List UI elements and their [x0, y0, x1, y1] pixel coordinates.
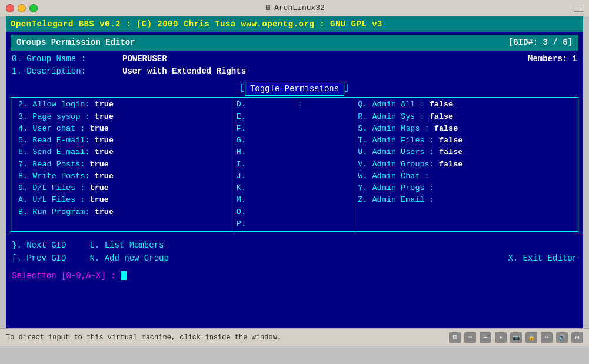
perm-read-email[interactable]: 5. Read E-mail: true — [18, 135, 231, 146]
perms-col-1: 2. Allow login: true 3. Page sysop : tru… — [16, 98, 234, 231]
header-text: OpenTelegard BBS v0.2 : (C) 2009 Chris T… — [11, 19, 382, 29]
status-icon-usb: ⌨ — [464, 332, 476, 343]
perm-g[interactable]: G. — [237, 135, 352, 146]
perm-user-chat[interactable]: 4. User chat : true — [18, 123, 231, 135]
perm-m[interactable]: M. — [237, 194, 352, 206]
toggle-label[interactable]: Toggle Permissions — [245, 82, 344, 96]
perm-f[interactable]: F. — [237, 123, 352, 135]
cmd-row-1: }. Next GID L. List Members — [12, 239, 577, 251]
cursor — [121, 271, 127, 280]
status-icons: 🖥 ⌨ — ✶ 📷 🔒 ↔ 🔊 ⊞ — [449, 332, 583, 343]
description-key: 1. Description: — [12, 65, 118, 77]
status-icon-arrows: ↔ — [541, 332, 553, 343]
editor-title: Groups Permission Editor — [16, 36, 135, 48]
group-name-val: POWERUSER — [122, 53, 167, 65]
cmd-exit-editor[interactable]: X. Exit Editor — [508, 252, 577, 264]
perm-o[interactable]: O. — [237, 206, 352, 218]
minimize-button[interactable] — [18, 4, 26, 12]
close-button[interactable] — [6, 4, 14, 12]
app-header: OpenTelegard BBS v0.2 : (C) 2009 Chris T… — [6, 16, 583, 32]
cmd-add-group[interactable]: N. Add new Group — [89, 252, 168, 264]
members-label: Members: 1 — [528, 53, 577, 65]
perm-admin-files[interactable]: T. Admin Files : false — [358, 135, 571, 146]
perm-admin-groups[interactable]: V. Admin Groups: false — [358, 159, 571, 171]
toggle-header: [ Toggle Permissions ] — [6, 82, 583, 96]
perm-h[interactable]: H. — [237, 146, 352, 158]
perms-col-2: D. : E. F. G. H. I. J. K. M. O. P. — [234, 98, 355, 231]
perm-e[interactable]: E. — [237, 111, 352, 123]
info-section: 0. Group Name : POWERUSER Members: 1 1. … — [6, 51, 583, 80]
perm-dl-files[interactable]: 9. D/L Files : true — [18, 182, 231, 194]
maximize-button[interactable] — [29, 4, 38, 12]
description-val: User with Extended Rights — [122, 65, 246, 77]
perm-run-program[interactable]: B. Run Program: true — [18, 206, 231, 218]
perm-admin-progs[interactable]: Y. Admin Progs : — [358, 182, 571, 194]
perm-write-posts[interactable]: 8. Write Posts: true — [18, 171, 231, 182]
status-icon-net: 🔒 — [525, 332, 537, 343]
permissions-grid: 2. Allow login: true 3. Page sysop : tru… — [11, 97, 578, 232]
selection-prompt: Selection [0-9,A-X] : — [12, 271, 121, 280]
cmd-row-2: [. Prev GID N. Add new Group X. Exit Edi… — [12, 252, 577, 264]
perm-d[interactable]: D. : — [237, 99, 352, 111]
perm-admin-chat[interactable]: W. Admin Chat : — [358, 171, 571, 182]
editor-title-bar: Groups Permission Editor [GID#: 3 / 6] — [11, 35, 578, 50]
perm-page-sysop[interactable]: 3. Page sysop : true — [18, 111, 231, 123]
gid-label: [GID#: 3 / 6] — [508, 36, 573, 48]
window-icon: 🖥 — [264, 4, 271, 12]
perm-admin-users[interactable]: U. Admin Users : false — [358, 146, 571, 158]
bottom-commands: }. Next GID L. List Members [. Prev GID … — [6, 235, 583, 266]
perm-admin-email[interactable]: Z. Admin Email : — [358, 194, 571, 206]
perm-k[interactable]: K. — [237, 182, 352, 194]
status-icon-vm: 🖥 — [449, 332, 461, 343]
group-name-row: 0. Group Name : POWERUSER Members: 1 — [12, 53, 577, 65]
perm-send-email[interactable]: 6. Send E-mail: true — [18, 146, 231, 158]
perm-admin-msgs[interactable]: S. Admin Msgs : false — [358, 123, 571, 135]
cmd-prev-gid[interactable]: [. Prev GID — [12, 252, 66, 264]
cmd-list-members[interactable]: L. List Members — [89, 239, 164, 251]
perm-p[interactable]: P. — [237, 218, 352, 230]
traffic-lights — [6, 4, 38, 12]
selection-row[interactable]: Selection [0-9,A-X] : — [6, 266, 583, 285]
perm-read-posts[interactable]: 7. Read Posts: true — [18, 159, 231, 171]
status-icon-cam: 📷 — [510, 332, 522, 343]
status-icon-extra: ⊞ — [571, 332, 583, 343]
window-titlebar: 🖥 ArchLinux32 — [0, 0, 589, 16]
cmd-next-gid[interactable]: }. Next GID — [12, 239, 66, 251]
status-icon-bluetooth: ✶ — [495, 332, 507, 343]
group-name-key: 0. Group Name : — [12, 53, 118, 65]
window-zoom-button[interactable] — [574, 5, 583, 12]
window-title-text: ArchLinux32 — [274, 4, 325, 12]
perm-admin-sys[interactable]: R. Admin Sys : false — [358, 111, 571, 123]
perm-j[interactable]: J. — [237, 171, 352, 182]
status-icon-dash: — — [480, 332, 491, 343]
status-bar: To direct input to this virtual machine,… — [0, 328, 589, 346]
perms-col-3: Q. Admin All : false R. Admin Sys : fals… — [355, 98, 573, 231]
perm-ul-files[interactable]: A. U/L Files : true — [18, 194, 231, 206]
perm-i[interactable]: I. — [237, 159, 352, 171]
status-text: To direct input to this virtual machine,… — [6, 333, 281, 342]
status-icon-sound: 🔊 — [556, 332, 568, 343]
window-title: 🖥 ArchLinux32 — [264, 4, 325, 12]
perm-admin-all[interactable]: Q. Admin All : false — [358, 99, 571, 111]
terminal-area[interactable]: OpenTelegard BBS v0.2 : (C) 2009 Chris T… — [6, 16, 583, 328]
perm-allow-login[interactable]: 2. Allow login: true — [18, 99, 231, 111]
description-row: 1. Description: User with Extended Right… — [12, 65, 577, 77]
